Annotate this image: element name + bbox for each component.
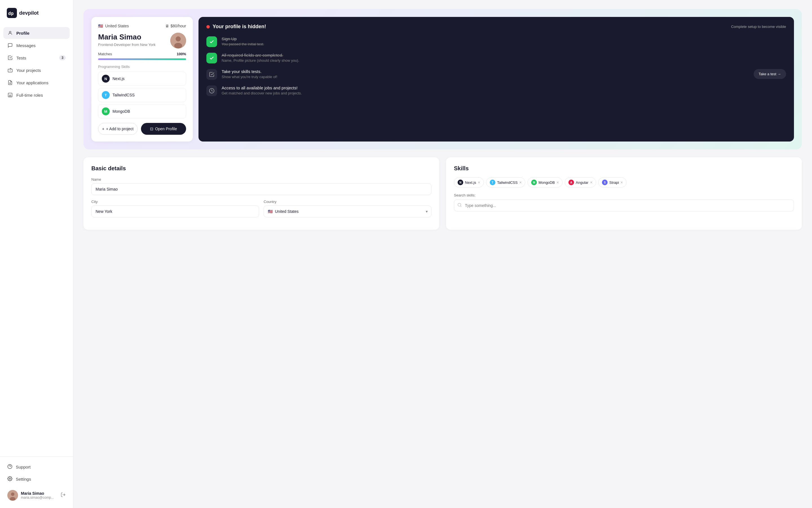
file-text-icon (7, 80, 13, 85)
skill-tag-mongodb: M MongoDB × (527, 177, 562, 187)
sidebar-item-roles[interactable]: Full-time roles (3, 89, 70, 101)
strapi-remove-button[interactable]: × (621, 180, 623, 185)
strapi-tag-label: Strapi (609, 180, 619, 185)
city-group: City (91, 200, 259, 222)
open-profile-button[interactable]: ⊡ Open Profile (141, 123, 186, 135)
step-skills-title: Take your skills tests. (222, 69, 749, 74)
setup-panel: Your profile is hidden! Complete setup t… (199, 17, 794, 141)
support-item[interactable]: Support (3, 461, 70, 473)
nextjs-remove-button[interactable]: × (478, 180, 480, 185)
city-input[interactable] (91, 206, 259, 217)
sidebar-item-tests[interactable]: Tests 3 (3, 52, 70, 64)
support-label: Support (16, 465, 31, 469)
logo: dp devpilot (0, 0, 73, 25)
step-access-desc: Get matched and discover new jobs and pr… (222, 91, 786, 95)
country-select[interactable]: 🇺🇸 United States ▾ (264, 206, 431, 217)
skill-tag-angular: A Angular × (565, 177, 596, 187)
city-label: City (91, 200, 259, 204)
country-flag-icon: 🇺🇸 (268, 209, 273, 214)
nextjs-skill-label: Next.js (113, 76, 125, 81)
step-signup-desc: You passed the initial test. (222, 42, 786, 46)
svg-text:dp: dp (8, 11, 13, 16)
add-to-project-label: + Add to project (106, 127, 134, 131)
step-skills-content: Take your skills tests. Show what you're… (222, 69, 749, 79)
mongodb-skill-label: MongoDB (113, 109, 130, 114)
skill-item-tailwind: T TailwindCSS (98, 88, 186, 102)
nextjs-tag-icon: N (458, 179, 463, 185)
person-row: Maria Simao Frontend-Developer from New … (98, 33, 186, 48)
skills-label: Programming Skills (98, 65, 186, 69)
plus-icon: + (102, 127, 104, 131)
avatar-image (7, 490, 18, 501)
person-photo (170, 33, 186, 48)
bottom-panels: Basic details Name City Country 🇺🇸 Unite… (83, 157, 802, 230)
tailwind-skill-label: TailwindCSS (113, 93, 135, 97)
avatar (7, 490, 18, 501)
country-label: United States (105, 24, 129, 28)
flag-icon: 🇺🇸 (98, 24, 103, 28)
sidebar-item-applications[interactable]: Your applications (3, 77, 70, 88)
sidebar-item-projects[interactable]: Your projects (3, 64, 70, 76)
sidebar-item-applications-label: Your applications (16, 80, 48, 85)
person-name: Maria Simao (98, 33, 156, 41)
search-skills-input[interactable] (454, 200, 794, 211)
open-profile-icon: ⊡ (150, 127, 154, 131)
open-profile-label: Open Profile (155, 127, 177, 131)
sidebar-nav: Profile Messages Tests 3 (0, 25, 73, 456)
take-test-button[interactable]: Take a test → (754, 69, 786, 79)
card-actions: + + Add to project ⊡ Open Profile (98, 123, 186, 135)
setup-header: Your profile is hidden! Complete setup t… (206, 24, 786, 30)
angular-remove-button[interactable]: × (590, 180, 592, 185)
skill-tag-strapi: S Strapi × (598, 177, 627, 187)
sidebar-item-profile[interactable]: Profile (3, 27, 70, 39)
tailwind-tag-icon: T (490, 179, 496, 185)
svg-point-19 (458, 203, 461, 206)
step-fields-desc: Name, Profile picture (should clearly sh… (222, 58, 786, 62)
name-input[interactable] (91, 183, 431, 195)
gear-icon (7, 476, 12, 482)
sidebar-bottom: Support Settings Maria Simao maria.simao… (0, 456, 73, 508)
step-access-title: Access to all available jobs and project… (222, 85, 786, 90)
sidebar-item-profile-label: Profile (16, 31, 30, 36)
search-skills-label: Search skills: (454, 193, 794, 197)
svg-point-10 (9, 478, 11, 479)
settings-item[interactable]: Settings (3, 473, 70, 485)
step-access-content: Access to all available jobs and project… (222, 85, 786, 95)
nextjs-tag-label: Next.js (465, 180, 476, 185)
setup-step-signup: Sign Up You passed the initial test. (206, 36, 786, 47)
angular-tag-label: Angular (576, 180, 588, 185)
building-icon (7, 92, 13, 98)
step-skills-desc: Show what you're truly capable of! (222, 75, 749, 79)
sidebar-item-messages[interactable]: Messages (3, 39, 70, 51)
rate-badge: 🖥 $80/hour (165, 24, 186, 28)
skill-tag-tailwind: T TailwindCSS × (486, 177, 525, 187)
monitor-icon: 🖥 (165, 24, 169, 28)
search-icon (457, 203, 462, 208)
skills-panel-title: Skills (454, 165, 794, 172)
sidebar-item-messages-label: Messages (16, 43, 36, 48)
step-signup-icon (206, 36, 217, 47)
setup-step-fields: All required fields are completed. Name,… (206, 53, 786, 64)
setup-title: Your profile is hidden! (206, 24, 266, 30)
tailwind-skill-icon: T (102, 91, 110, 99)
main-content: 🇺🇸 United States 🖥 $80/hour Maria Simao … (73, 0, 812, 508)
mongodb-remove-button[interactable]: × (557, 180, 559, 185)
tailwind-tag-label: TailwindCSS (497, 180, 518, 185)
svg-point-2 (9, 31, 11, 33)
tailwind-remove-button[interactable]: × (519, 180, 522, 185)
mongodb-tag-icon: M (531, 179, 537, 185)
logout-icon[interactable] (60, 492, 66, 498)
matches-pct: 100% (177, 52, 186, 56)
add-to-project-button[interactable]: + + Add to project (98, 123, 138, 135)
setup-subtitle: Complete setup to become visible (731, 25, 786, 29)
question-circle-icon (7, 464, 12, 470)
settings-label: Settings (16, 477, 31, 481)
logo-text: devpilot (19, 10, 39, 16)
card-header: 🇺🇸 United States 🖥 $80/hour (98, 24, 186, 28)
setup-step-access: Access to all available jobs and project… (206, 85, 786, 96)
user-info: Maria Simao maria.simao@comp... (21, 491, 58, 500)
search-input-wrapper (454, 200, 794, 211)
step-fields-icon (206, 53, 217, 64)
skill-item-mongodb: M MongoDB (98, 104, 186, 118)
skill-item-nextjs: N Next.js (98, 72, 186, 86)
